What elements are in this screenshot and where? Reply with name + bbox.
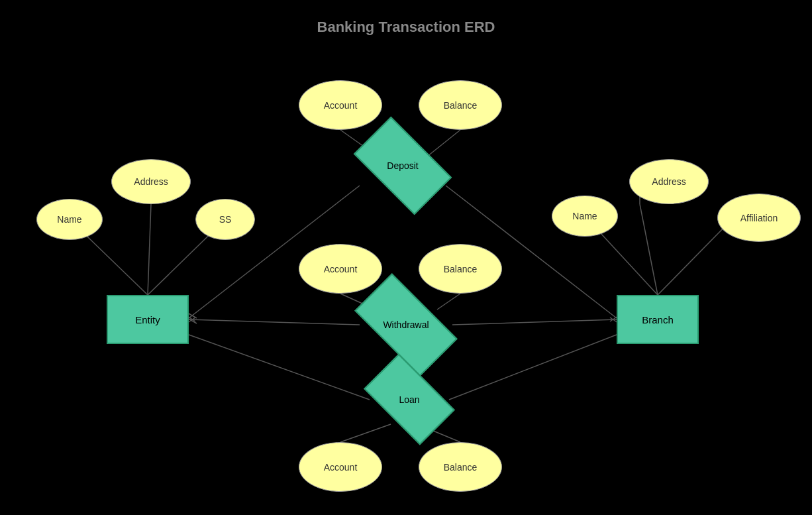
svg-line-8	[640, 204, 658, 295]
deposit-node: Deposit	[360, 139, 446, 192]
svg-line-25	[187, 318, 197, 323]
affiliation-right-node: Affiliation	[717, 194, 801, 242]
branch-node: Branch	[617, 295, 699, 344]
account-top-node: Account	[299, 80, 382, 130]
account-mid-node: Account	[299, 244, 382, 294]
balance-mid-node: Balance	[419, 244, 502, 294]
svg-line-14	[189, 319, 360, 325]
name-right-node: Name	[552, 196, 618, 237]
account-bot-node: Account	[299, 442, 382, 492]
balance-top-node: Balance	[419, 80, 502, 130]
address-left-node: Address	[111, 159, 191, 204]
ss-left-node: SS	[195, 199, 255, 240]
address-right-node: Address	[629, 159, 709, 204]
svg-line-24	[187, 313, 197, 318]
diagram-title: Banking Transaction ERD	[0, 19, 812, 36]
connection-lines	[0, 0, 812, 515]
name-left-node: Name	[36, 199, 103, 240]
loan-node: Loan	[370, 374, 449, 424]
erd-canvas: Banking Transaction ERD	[0, 0, 812, 515]
balance-bot-node: Balance	[419, 442, 502, 492]
entity-node: Entity	[107, 295, 189, 344]
withdrawal-node: Withdrawal	[360, 298, 452, 351]
svg-line-4	[148, 204, 151, 295]
svg-line-11	[658, 218, 733, 295]
svg-line-16	[189, 335, 370, 400]
svg-line-15	[452, 319, 617, 325]
svg-line-17	[449, 335, 617, 400]
svg-line-18	[340, 424, 391, 442]
